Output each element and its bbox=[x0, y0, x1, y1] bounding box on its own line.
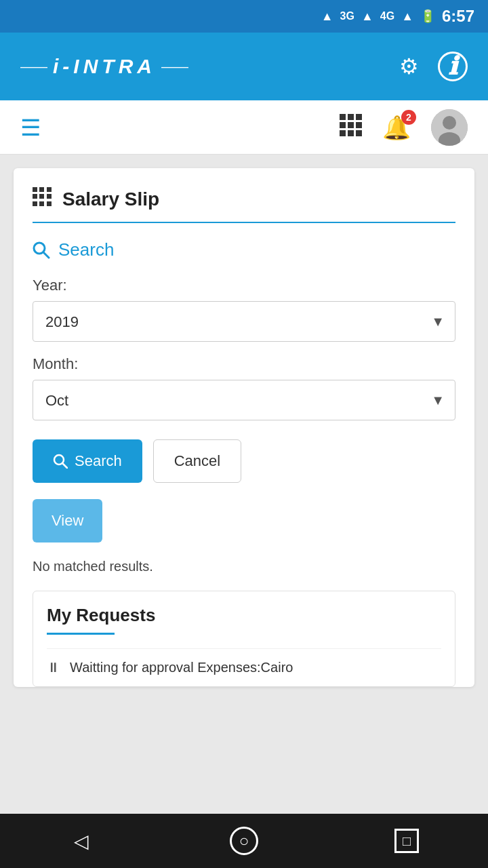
recent-apps-icon: □ bbox=[394, 829, 419, 853]
svg-rect-0 bbox=[340, 114, 346, 120]
svg-rect-13 bbox=[39, 187, 44, 192]
app-logo: —— i-INTRA —— bbox=[20, 55, 188, 78]
view-button-container: View bbox=[33, 499, 455, 559]
settings-icon[interactable]: ⚙ bbox=[399, 54, 419, 79]
search-button-icon bbox=[53, 454, 68, 469]
back-icon: ◁ bbox=[74, 830, 89, 852]
my-requests-underline bbox=[47, 633, 115, 635]
month-select[interactable]: Jan Feb Mar Apr May Jun Jul Aug Sep Oct … bbox=[33, 380, 455, 420]
bell-container[interactable]: 🔔 2 bbox=[382, 114, 411, 141]
main-content: Salary Slip Search Year: 2017 2018 2019 … bbox=[0, 155, 488, 814]
header-icons: ⚙ ℹ bbox=[399, 52, 468, 81]
search-label-text: Search bbox=[58, 239, 114, 260]
view-button-label: View bbox=[52, 512, 83, 529]
svg-rect-2 bbox=[356, 114, 362, 120]
month-label: Month: bbox=[33, 355, 455, 373]
svg-rect-15 bbox=[33, 194, 37, 199]
salary-slip-card: Salary Slip Search Year: 2017 2018 2019 … bbox=[14, 168, 474, 687]
signal-icon-1: ▲ bbox=[361, 9, 373, 24]
svg-rect-16 bbox=[39, 194, 44, 199]
cancel-button[interactable]: Cancel bbox=[153, 439, 241, 483]
avatar[interactable] bbox=[431, 109, 468, 146]
info-icon[interactable]: ℹ bbox=[438, 52, 468, 81]
request-item-text: Waitting for approval Expenses:Cairo bbox=[70, 660, 293, 675]
bottom-nav: ◁ ○ □ bbox=[0, 814, 488, 868]
year-label: Year: bbox=[33, 277, 455, 294]
battery-icon: 🔋 bbox=[420, 9, 435, 24]
nav-bar: ☰ 🔔 2 bbox=[0, 100, 488, 155]
svg-line-24 bbox=[62, 463, 67, 468]
svg-point-10 bbox=[443, 116, 456, 130]
year-select[interactable]: 2017 2018 2019 2020 2021 bbox=[33, 301, 455, 342]
view-button[interactable]: View bbox=[33, 499, 102, 542]
my-requests-section: My Requests ⏸ Waitting for approval Expe… bbox=[33, 591, 455, 687]
recent-apps-button[interactable]: □ bbox=[386, 821, 427, 861]
request-pause-icon: ⏸ bbox=[47, 660, 60, 675]
button-row: Search Cancel bbox=[33, 439, 455, 483]
hamburger-menu-icon[interactable]: ☰ bbox=[20, 114, 41, 141]
svg-rect-7 bbox=[348, 130, 354, 136]
app-header: —— i-INTRA —— ⚙ ℹ bbox=[0, 33, 488, 100]
svg-rect-12 bbox=[33, 187, 37, 192]
signal-icon-2: ▲ bbox=[401, 9, 413, 24]
back-button[interactable]: ◁ bbox=[61, 821, 102, 861]
card-title-icon bbox=[33, 187, 52, 211]
search-button[interactable]: Search bbox=[33, 439, 142, 483]
avatar-image bbox=[431, 109, 468, 146]
request-item[interactable]: ⏸ Waitting for approval Expenses:Cairo bbox=[47, 648, 441, 686]
svg-rect-3 bbox=[340, 122, 346, 128]
search-button-label: Search bbox=[75, 452, 122, 470]
svg-line-22 bbox=[43, 252, 49, 258]
svg-rect-4 bbox=[348, 122, 354, 128]
home-icon: ○ bbox=[230, 827, 258, 855]
notification-badge: 2 bbox=[401, 110, 416, 125]
status-time: 6:57 bbox=[442, 7, 474, 26]
month-select-wrapper: Jan Feb Mar Apr May Jun Jul Aug Sep Oct … bbox=[33, 380, 455, 420]
svg-rect-18 bbox=[33, 201, 37, 206]
svg-rect-14 bbox=[47, 187, 52, 192]
logo-text: i-INTRA bbox=[53, 55, 156, 78]
network-3g: 3G bbox=[340, 10, 354, 22]
svg-rect-20 bbox=[47, 201, 52, 206]
svg-rect-17 bbox=[47, 194, 52, 199]
wifi-icon: ▲ bbox=[321, 9, 333, 24]
search-label-icon bbox=[33, 241, 50, 259]
svg-rect-5 bbox=[356, 122, 362, 128]
cancel-button-label: Cancel bbox=[174, 452, 220, 469]
svg-rect-19 bbox=[39, 201, 44, 206]
my-requests-title: My Requests bbox=[47, 605, 441, 626]
network-4g: 4G bbox=[380, 10, 394, 22]
svg-rect-6 bbox=[340, 130, 346, 136]
search-section-label: Search bbox=[33, 239, 455, 260]
nav-right: 🔔 2 bbox=[339, 109, 468, 146]
year-select-wrapper: 2017 2018 2019 2020 2021 ▼ bbox=[33, 301, 455, 342]
status-bar: ▲ 3G ▲ 4G ▲ 🔋 6:57 bbox=[0, 0, 488, 33]
status-icons: ▲ 3G ▲ 4G ▲ 🔋 6:57 bbox=[321, 7, 474, 26]
svg-rect-1 bbox=[348, 114, 354, 120]
home-button[interactable]: ○ bbox=[224, 821, 264, 861]
card-title-text: Salary Slip bbox=[62, 189, 159, 210]
card-title: Salary Slip bbox=[33, 187, 455, 223]
no-results-text: No matched results. bbox=[33, 559, 455, 574]
grid-icon[interactable] bbox=[339, 113, 362, 141]
svg-rect-8 bbox=[356, 130, 362, 136]
